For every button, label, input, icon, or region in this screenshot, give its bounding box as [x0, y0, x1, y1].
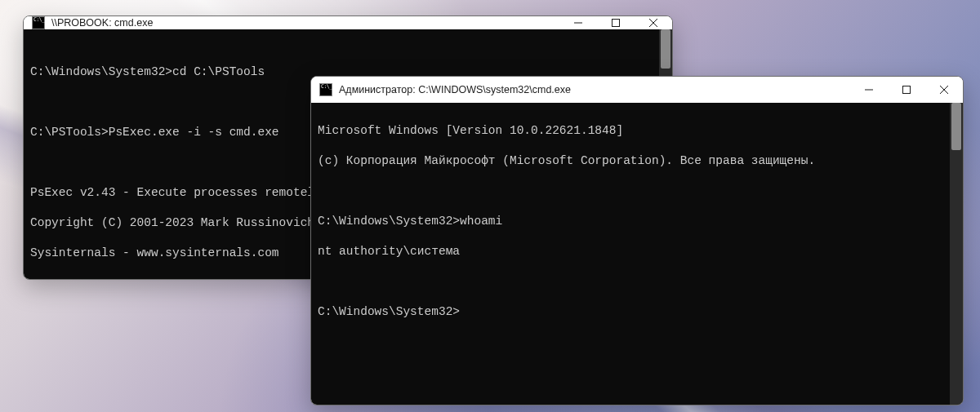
- terminal-line: [318, 184, 943, 199]
- window-buttons: [559, 16, 672, 29]
- maximize-button[interactable]: [597, 16, 635, 29]
- cmd-window-admin[interactable]: Администратор: C:\WINDOWS\system32\cmd.e…: [310, 76, 964, 405]
- title-bar[interactable]: Администратор: C:\WINDOWS\system32\cmd.e…: [311, 77, 963, 103]
- svg-rect-1: [903, 86, 911, 94]
- close-icon: [940, 86, 948, 94]
- cmd-icon: [319, 83, 332, 96]
- maximize-icon: [612, 19, 620, 27]
- window-title: Администратор: C:\WINDOWS\system32\cmd.e…: [339, 84, 850, 95]
- scrollbar-thumb[interactable]: [951, 103, 961, 150]
- maximize-button[interactable]: [888, 77, 925, 103]
- terminal-line: Microsoft Windows [Version 10.0.22621.18…: [318, 123, 943, 139]
- close-icon: [649, 19, 657, 27]
- close-button[interactable]: [635, 16, 672, 29]
- terminal-line: C:\Windows\System32>: [318, 304, 943, 320]
- terminal-output[interactable]: Microsoft Windows [Version 10.0.22621.18…: [311, 103, 950, 405]
- scrollbar-thumb[interactable]: [661, 29, 670, 69]
- minimize-button[interactable]: [559, 16, 597, 29]
- window-title: \\PROBOOK: cmd.exe: [51, 17, 559, 29]
- minimize-icon: [865, 86, 873, 94]
- vertical-scrollbar[interactable]: [950, 103, 963, 405]
- svg-rect-0: [612, 20, 620, 27]
- title-bar[interactable]: \\PROBOOK: cmd.exe: [24, 16, 672, 29]
- maximize-icon: [902, 86, 911, 94]
- minimize-icon: [574, 19, 582, 27]
- terminal-line: (c) Корпорация Майкрософт (Microsoft Cor…: [318, 153, 943, 169]
- close-button[interactable]: [925, 77, 963, 103]
- cmd-icon: [32, 16, 45, 29]
- window-buttons: [850, 77, 963, 103]
- minimize-button[interactable]: [850, 77, 888, 103]
- terminal-line: C:\Windows\System32>whoami: [318, 214, 943, 229]
- terminal-line: [318, 274, 943, 290]
- terminal-client-area: Microsoft Windows [Version 10.0.22621.18…: [311, 103, 963, 405]
- terminal-line: nt authority\система: [318, 244, 943, 259]
